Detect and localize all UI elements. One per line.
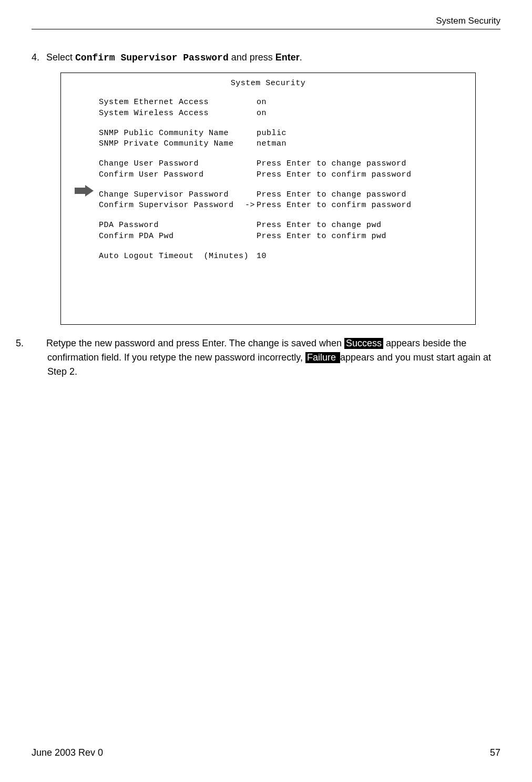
screenshot-figure: System Security System Ethernet Access o…: [60, 73, 500, 325]
page-header: System Security: [32, 16, 500, 29]
row-label: Auto Logout Timeout (Minutes): [99, 251, 245, 262]
row-label: Confirm User Password: [99, 170, 245, 180]
step-4-text-post: .: [300, 52, 302, 63]
row-label: Change Supervisor Password: [99, 190, 245, 200]
row-selector: [245, 190, 257, 200]
row-selector: [245, 220, 257, 231]
row-label: PDA Password: [99, 220, 245, 231]
row-selector: [245, 231, 257, 242]
row-gap: [61, 149, 475, 159]
row-selector: [245, 139, 257, 149]
row-gap: [61, 180, 475, 190]
row-value: on: [257, 97, 475, 108]
screen-row: Auto Logout Timeout (Minutes) 10: [61, 251, 475, 262]
terminal-screen: System Security System Ethernet Access o…: [60, 73, 476, 325]
screen-row: Confirm Supervisor Password->Press Enter…: [61, 200, 475, 211]
step-4-mono: Confirm Supervisor Password: [75, 53, 229, 63]
row-value: Press Enter to change password: [257, 190, 475, 200]
row-value: on: [257, 108, 475, 119]
arrow-icon: [75, 185, 94, 197]
step-5-num: 5.: [32, 336, 46, 351]
row-value: netman: [257, 139, 475, 149]
row-selector: [245, 97, 257, 108]
row-value: Press Enter to confirm password: [257, 200, 475, 211]
row-gap: [61, 211, 475, 220]
row-label: Confirm PDA Pwd: [99, 231, 245, 242]
row-value: Press Enter to change pwd: [257, 220, 475, 231]
page-footer: June 2003 Rev 0 57: [32, 747, 500, 758]
row-label: System Wireless Access: [99, 108, 245, 119]
step-5-t1: Retype the new password and press Enter.…: [46, 338, 344, 348]
row-selector: ->: [245, 200, 257, 211]
footer-right: 57: [490, 747, 500, 758]
row-selector: [245, 108, 257, 119]
row-selector: [245, 251, 257, 262]
step-4-num: 4.: [32, 50, 46, 65]
success-badge: Success: [344, 338, 383, 349]
row-label: Confirm Supervisor Password: [99, 200, 245, 211]
row-label: Change User Password: [99, 159, 245, 169]
row-gap: [61, 119, 475, 128]
failure-badge: Failure: [305, 352, 340, 363]
footer-left: June 2003 Rev 0: [32, 747, 103, 758]
step-4-bold: Enter: [275, 52, 300, 63]
svg-marker-0: [75, 185, 94, 197]
row-label: SNMP Private Community Name: [99, 139, 245, 149]
row-value: public: [257, 128, 475, 139]
row-selector: [245, 128, 257, 139]
screen-row: System Ethernet Access on: [61, 97, 475, 108]
row-value: Press Enter to confirm password: [257, 170, 475, 180]
row-value: Press Enter to change password: [257, 159, 475, 169]
row-value: 10: [257, 251, 475, 262]
screen-row: PDA Password Press Enter to change pwd: [61, 220, 475, 231]
screen-row: Confirm PDA Pwd Press Enter to confirm p…: [61, 231, 475, 242]
screen-row: SNMP Public Community Name public: [61, 128, 475, 139]
row-gap: [61, 242, 475, 251]
screen-row: Change User Password Press Enter to chan…: [61, 159, 475, 169]
row-selector: [245, 170, 257, 180]
screen-row: SNMP Private Community Name netman: [61, 139, 475, 149]
step-5: 5.Retype the new password and press Ente…: [32, 336, 500, 379]
screen-row: Confirm User Password Press Enter to con…: [61, 170, 475, 180]
screen-title: System Security: [61, 78, 475, 89]
row-selector: [245, 159, 257, 169]
row-value: Press Enter to confirm pwd: [257, 231, 475, 242]
row-label: SNMP Public Community Name: [99, 128, 245, 139]
step-4-text-mid: and press: [229, 52, 275, 63]
screen-row: Change Supervisor Password Press Enter t…: [61, 190, 475, 200]
step-4: 4.Select Confirm Supervisor Password and…: [32, 50, 500, 65]
row-label: System Ethernet Access: [99, 97, 245, 108]
step-4-text-pre: Select: [46, 52, 75, 63]
screen-row: System Wireless Access on: [61, 108, 475, 119]
